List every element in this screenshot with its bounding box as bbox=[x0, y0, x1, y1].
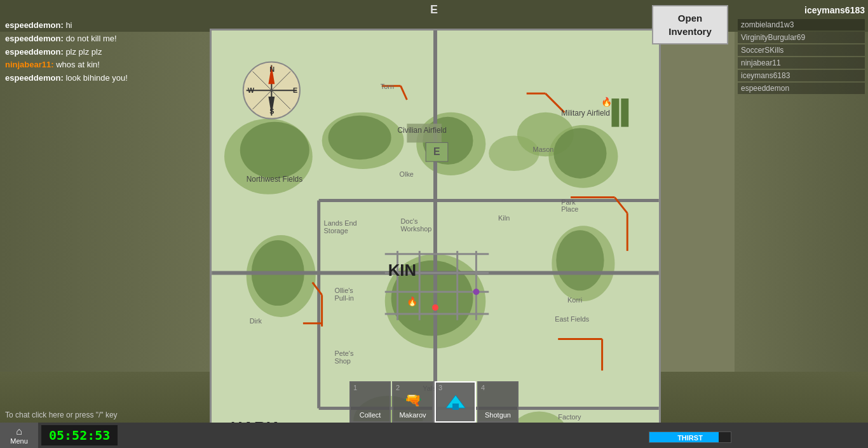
chat-text-3: plz plz plz bbox=[65, 47, 102, 57]
svg-text:Northwest Fields: Northwest Fields bbox=[247, 175, 302, 184]
svg-text:Shop: Shop bbox=[334, 357, 350, 365]
svg-text:Storage: Storage bbox=[324, 227, 348, 234]
svg-text:Civilian Airfield: Civilian Airfield bbox=[398, 126, 447, 135]
svg-text:W: W bbox=[248, 86, 255, 94]
home-icon: ⌂ bbox=[16, 426, 22, 437]
svg-text:Workshop: Workshop bbox=[400, 225, 431, 233]
svg-text:Torn: Torn bbox=[381, 83, 394, 90]
menu-button[interactable]: ⌂ Menu bbox=[0, 423, 38, 448]
svg-text:Ollie's: Ollie's bbox=[334, 287, 353, 294]
chat-message-2: espeeddemon: do not kill me! bbox=[5, 32, 208, 46]
chat-message-4: ninjabear11: whos at kin! bbox=[5, 58, 208, 72]
slot-2-label: Makarov bbox=[393, 411, 432, 419]
chat-username-1: espeeddemon: bbox=[5, 20, 64, 30]
chat-username-5: espeeddemon: bbox=[5, 73, 64, 83]
svg-text:Dirk: Dirk bbox=[250, 317, 262, 325]
menu-label: Menu bbox=[10, 437, 28, 445]
thirst-label: THIRST bbox=[649, 432, 731, 444]
svg-text:East Fields: East Fields bbox=[555, 315, 589, 323]
player-list-item-6: espeeddemon bbox=[738, 83, 865, 94]
svg-text:N: N bbox=[269, 65, 275, 73]
thirst-container: THIRST bbox=[649, 431, 731, 443]
chat-area: espeeddemon: hi espeeddemon: do not kill… bbox=[5, 19, 208, 85]
chat-text-4: whos at kin! bbox=[56, 60, 100, 69]
hotbar: 1 Collect 2 🔫 Makarov 3 4 Shotgun bbox=[349, 381, 519, 423]
svg-point-52 bbox=[432, 304, 438, 311]
svg-text:Kiln: Kiln bbox=[498, 214, 510, 222]
chat-username-3: espeeddemon: bbox=[5, 47, 64, 57]
slot-4-label: Shotgun bbox=[478, 411, 517, 419]
svg-text:Olke: Olke bbox=[400, 170, 414, 178]
chat-message-3: espeeddemon: plz plz plz bbox=[5, 46, 208, 59]
svg-text:Mason: Mason bbox=[533, 146, 554, 153]
svg-rect-47 bbox=[621, 98, 628, 127]
chat-text-5: look bihinde you! bbox=[65, 73, 128, 83]
e-key-label: E bbox=[430, 3, 438, 17]
player-list-item-3: SoccerSKills bbox=[738, 44, 865, 56]
svg-text:KIN: KIN bbox=[388, 261, 416, 279]
slot-1-number: 1 bbox=[353, 384, 357, 391]
svg-text:Doc's: Doc's bbox=[400, 217, 417, 225]
player-list-item-5: iceymans6183 bbox=[738, 70, 865, 81]
chat-text-2: do not kill me! bbox=[65, 34, 116, 43]
hotbar-slot-4[interactable]: 4 Shotgun bbox=[477, 381, 519, 423]
hotbar-slot-2[interactable]: 2 🔫 Makarov bbox=[392, 381, 433, 423]
slot-1-label: Collect bbox=[351, 411, 390, 419]
svg-text:Park: Park bbox=[561, 198, 576, 206]
svg-point-8 bbox=[489, 135, 539, 170]
chat-username-2: espeeddemon: bbox=[5, 34, 64, 43]
slot-2-number: 2 bbox=[396, 384, 400, 391]
svg-text:🔥: 🔥 bbox=[407, 296, 418, 307]
player-list-item-4: ninjabear11 bbox=[738, 57, 865, 69]
svg-text:Place: Place bbox=[561, 205, 578, 213]
svg-text:Korri: Korri bbox=[567, 296, 582, 304]
thirst-bar: THIRST bbox=[649, 431, 731, 443]
slot-3-item-icon bbox=[443, 392, 468, 411]
inventory-button[interactable]: Open Inventory bbox=[652, 5, 728, 44]
svg-point-53 bbox=[473, 288, 479, 295]
svg-text:🔥: 🔥 bbox=[601, 97, 613, 107]
slot-4-number: 4 bbox=[481, 384, 485, 391]
svg-text:S: S bbox=[269, 107, 274, 115]
chat-message-1: espeeddemon: hi bbox=[5, 19, 208, 32]
svg-text:E: E bbox=[433, 146, 440, 157]
svg-text:Pete's: Pete's bbox=[334, 350, 353, 357]
svg-text:Pull-in: Pull-in bbox=[334, 294, 353, 302]
chat-message-5: espeeddemon: look bihinde you! bbox=[5, 72, 208, 85]
hotbar-slot-1[interactable]: 1 Collect bbox=[349, 381, 391, 423]
svg-text:Military Airfield: Military Airfield bbox=[561, 109, 610, 118]
bottom-bar: ⌂ Menu 05:52:53 THIRST bbox=[0, 423, 868, 448]
game-timer: 05:52:53 bbox=[41, 425, 118, 445]
svg-text:Factory: Factory bbox=[558, 413, 581, 421]
player-list-item-2: VirginityBurgular69 bbox=[738, 32, 865, 43]
player-list: iceymans6183 zombieland1w3 VirginityBurg… bbox=[738, 5, 865, 95]
svg-rect-46 bbox=[611, 98, 619, 127]
svg-point-4 bbox=[329, 116, 391, 160]
slot-2-icon: 🔫 bbox=[404, 392, 421, 409]
svg-point-10 bbox=[553, 128, 606, 179]
player-list-item-1: zombieland1w3 bbox=[738, 19, 865, 31]
chat-text-1: hi bbox=[65, 20, 72, 30]
chat-username-4: ninjabear11: bbox=[5, 60, 54, 69]
chat-hint[interactable]: To chat click here or press "/" key bbox=[0, 409, 123, 421]
svg-rect-94 bbox=[452, 404, 459, 410]
hotbar-slot-3[interactable]: 3 bbox=[435, 381, 476, 423]
svg-text:E: E bbox=[293, 86, 297, 94]
current-player-name: iceymans6183 bbox=[738, 5, 865, 15]
svg-point-2 bbox=[240, 122, 309, 179]
svg-text:Lands End: Lands End bbox=[324, 219, 357, 227]
slot-3-number: 3 bbox=[438, 384, 442, 391]
svg-point-16 bbox=[556, 230, 604, 290]
